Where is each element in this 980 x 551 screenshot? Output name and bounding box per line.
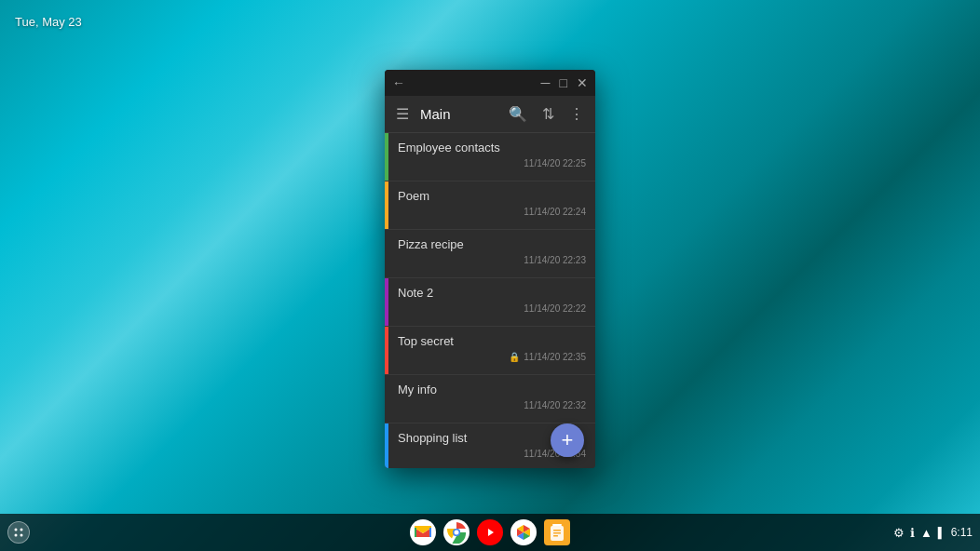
note-item[interactable]: Pizza recipe11/14/20 22:23 xyxy=(385,230,595,278)
note-content: Employee contacts11/14/20 22:25 xyxy=(388,133,595,181)
note-date: 11/14/20 22:32 xyxy=(524,400,586,410)
app-title: Main xyxy=(420,106,497,122)
youtube-icon[interactable] xyxy=(477,519,503,545)
info-icon[interactable]: ℹ xyxy=(910,526,915,540)
taskbar-center xyxy=(410,519,570,545)
note-title: Employee contacts xyxy=(398,141,586,155)
note-item[interactable]: Poem11/14/20 22:24 xyxy=(385,181,595,230)
sort-icon[interactable]: ⇅ xyxy=(538,103,558,125)
lock-icon: 🔒 xyxy=(509,352,520,362)
svg-rect-13 xyxy=(553,530,561,531)
note-title: My info xyxy=(398,383,586,396)
note-content: My info11/14/20 22:32 xyxy=(388,375,595,423)
note-meta: 🔒11/14/20 22:35 xyxy=(398,352,586,362)
desktop-datetime: Tue, May 23 xyxy=(15,15,82,29)
svg-point-2 xyxy=(15,534,18,537)
note-title: Pizza recipe xyxy=(398,237,586,251)
taskbar-right: ⚙ ℹ ▲ ▌ 6:11 xyxy=(893,526,973,540)
app-header: ☰ Main 🔍 ⇅ ⋮ xyxy=(385,96,595,133)
minimize-button[interactable]: ─ xyxy=(541,76,551,89)
settings-icon[interactable]: ⚙ xyxy=(893,526,905,540)
note-meta: 11/14/20 22:22 xyxy=(398,303,586,314)
taskbar-left xyxy=(7,521,30,544)
title-bar-back[interactable]: ← xyxy=(392,76,405,89)
svg-point-1 xyxy=(20,529,23,531)
note-content: Pizza recipe11/14/20 22:23 xyxy=(388,230,595,277)
title-bar-controls: ─ □ ✕ xyxy=(541,76,588,89)
add-note-button[interactable]: + xyxy=(551,423,584,457)
note-date: 11/14/20 22:23 xyxy=(524,255,586,265)
note-meta: 11/14/20 22:25 xyxy=(398,158,586,168)
note-meta: 11/14/20 22:24 xyxy=(398,207,586,217)
svg-rect-5 xyxy=(429,528,431,537)
more-icon[interactable]: ⋮ xyxy=(565,103,588,125)
note-content: Poem11/14/20 22:24 xyxy=(388,181,595,229)
note-content: Top secret🔒11/14/20 22:35 xyxy=(388,327,595,374)
menu-icon[interactable]: ☰ xyxy=(392,103,413,125)
svg-point-0 xyxy=(15,529,18,531)
wifi-icon[interactable]: ▲ xyxy=(920,526,932,540)
note-title: Top secret xyxy=(398,334,586,348)
note-title: Note 2 xyxy=(398,286,586,300)
search-icon[interactable]: 🔍 xyxy=(505,103,531,125)
svg-point-3 xyxy=(20,534,23,537)
svg-point-8 xyxy=(455,531,459,535)
battery-icon[interactable]: ▌ xyxy=(938,527,946,538)
note-item[interactable]: Note 211/14/20 22:22 xyxy=(385,278,595,327)
note-content: Note 211/14/20 22:22 xyxy=(388,278,595,326)
launcher-button[interactable] xyxy=(7,521,30,544)
svg-rect-4 xyxy=(415,528,416,537)
note-date: 11/14/20 22:24 xyxy=(524,207,586,217)
svg-rect-11 xyxy=(552,524,562,526)
desktop-date-label: Tue, May 23 xyxy=(15,15,82,29)
back-button[interactable]: ← xyxy=(392,76,405,89)
note-item[interactable]: My info11/14/20 22:32 xyxy=(385,375,595,423)
app-body: Employee contacts11/14/20 22:25Poem11/14… xyxy=(385,133,595,468)
note-meta: 11/14/20 22:32 xyxy=(398,400,586,410)
app-window: ← ─ □ ✕ ☰ Main 🔍 ⇅ ⋮ Employee contacts11… xyxy=(385,70,595,468)
keep-icon[interactable] xyxy=(544,519,570,545)
note-meta: 11/14/20 22:23 xyxy=(398,255,586,265)
svg-rect-14 xyxy=(553,532,561,534)
close-button[interactable]: ✕ xyxy=(577,76,588,89)
photos-icon[interactable] xyxy=(510,519,537,545)
note-title: Poem xyxy=(398,189,586,203)
note-item[interactable]: Employee contacts11/14/20 22:25 xyxy=(385,133,595,181)
taskbar-time: 6:11 xyxy=(951,526,973,539)
note-date: 11/14/20 22:35 xyxy=(524,352,586,362)
note-date: 11/14/20 22:22 xyxy=(524,303,586,314)
gmail-icon[interactable] xyxy=(410,519,436,545)
svg-rect-15 xyxy=(553,535,558,537)
note-date: 11/14/20 22:25 xyxy=(524,158,586,168)
notes-list: Employee contacts11/14/20 22:25Poem11/14… xyxy=(385,133,595,468)
maximize-button[interactable]: □ xyxy=(560,76,567,89)
title-bar: ← ─ □ ✕ xyxy=(385,70,595,96)
chrome-icon[interactable] xyxy=(443,519,470,545)
taskbar: ⚙ ℹ ▲ ▌ 6:11 xyxy=(0,514,980,551)
note-item[interactable]: Top secret🔒11/14/20 22:35 xyxy=(385,327,595,375)
